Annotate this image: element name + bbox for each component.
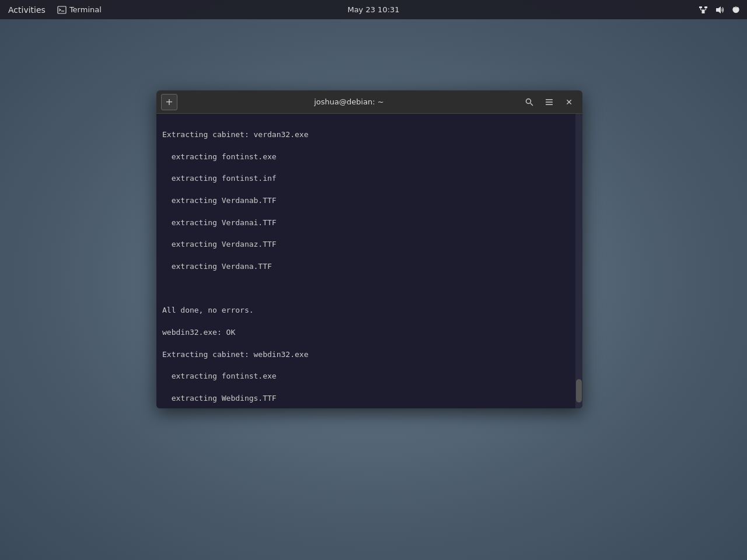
terminal-line: extracting Webdings.TTF bbox=[162, 393, 570, 404]
topbar: Activities Terminal May 23 10:31 bbox=[0, 0, 747, 19]
terminal-line: webdin32.exe: OK bbox=[162, 327, 570, 338]
titlebar-right: ✕ bbox=[521, 94, 578, 110]
titlebar-left: + bbox=[161, 94, 177, 110]
svg-rect-13 bbox=[546, 99, 553, 100]
svg-rect-2 bbox=[699, 6, 702, 8]
svg-rect-14 bbox=[546, 102, 553, 103]
search-button[interactable] bbox=[521, 94, 538, 110]
topbar-right bbox=[697, 4, 742, 16]
menu-button[interactable] bbox=[540, 94, 558, 110]
topbar-datetime: May 23 10:31 bbox=[347, 5, 399, 14]
svg-rect-0 bbox=[58, 6, 66, 13]
svg-marker-10 bbox=[716, 6, 721, 13]
terminal-content[interactable]: Extracting cabinet: verdan32.exe extract… bbox=[156, 114, 575, 408]
svg-point-11 bbox=[526, 99, 531, 103]
svg-rect-3 bbox=[704, 6, 707, 8]
terminal-line: extracting Verdanai.TTF bbox=[162, 218, 570, 229]
terminal-window: + joshua@debian: ~ ✕ Extracting bbox=[156, 90, 582, 408]
activities-button[interactable]: Activities bbox=[5, 4, 49, 16]
terminal-line: All done, no errors. bbox=[162, 305, 570, 316]
network-icon[interactable] bbox=[697, 4, 710, 16]
terminal-line: Extracting cabinet: verdan32.exe bbox=[162, 130, 570, 141]
terminal-title: joshua@debian: ~ bbox=[314, 97, 384, 106]
terminal-line: extracting fontinst.exe bbox=[162, 152, 570, 163]
new-tab-button[interactable]: + bbox=[161, 94, 177, 110]
terminal-app-button[interactable]: Terminal bbox=[54, 4, 105, 16]
scrollbar-thumb[interactable] bbox=[576, 379, 582, 402]
terminal-scrollbar[interactable] bbox=[575, 114, 582, 408]
svg-rect-15 bbox=[546, 104, 553, 105]
terminal-body: Extracting cabinet: verdan32.exe extract… bbox=[156, 114, 582, 408]
terminal-line: extracting fontinst.inf bbox=[162, 173, 570, 184]
svg-line-12 bbox=[530, 103, 533, 106]
terminal-line: extracting Verdanaz.TTF bbox=[162, 239, 570, 250]
terminal-line: extracting fontinst.exe bbox=[162, 371, 570, 382]
terminal-line: Extracting cabinet: webdin32.exe bbox=[162, 349, 570, 360]
volume-icon[interactable] bbox=[713, 4, 726, 16]
terminal-line bbox=[162, 284, 570, 295]
terminal-line: extracting Verdana.TTF bbox=[162, 261, 570, 272]
terminal-app-icon bbox=[57, 5, 67, 15]
terminal-app-label: Terminal bbox=[69, 5, 102, 14]
topbar-left: Activities Terminal bbox=[5, 4, 105, 16]
terminal-line: extracting Verdanab.TTF bbox=[162, 195, 570, 206]
terminal-titlebar: + joshua@debian: ~ ✕ bbox=[156, 90, 582, 114]
close-button[interactable]: ✕ bbox=[560, 94, 578, 110]
power-icon[interactable] bbox=[729, 4, 742, 16]
svg-rect-9 bbox=[702, 12, 705, 13]
